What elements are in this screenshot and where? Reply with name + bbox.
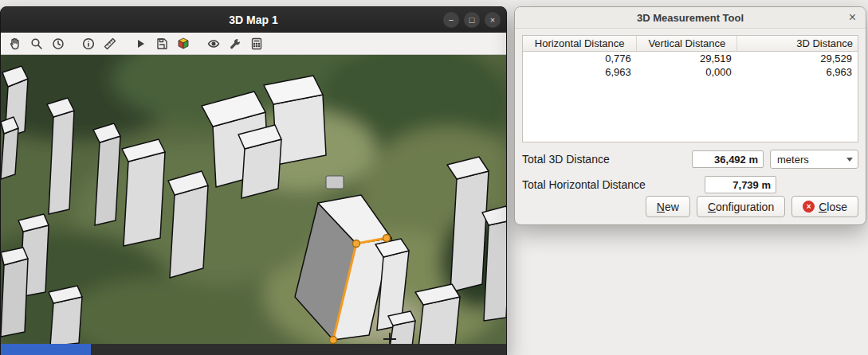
close-window-button[interactable]: ×	[485, 12, 501, 28]
pan-hand-icon	[8, 37, 22, 51]
chevron-down-icon	[846, 158, 853, 162]
3d-scene-button[interactable]	[173, 34, 193, 53]
calculator-icon	[249, 37, 264, 51]
close-icon: ×	[490, 16, 495, 25]
map-3d-viewport[interactable]	[1, 55, 506, 344]
header-vertical-distance[interactable]: Vertical Distance	[637, 36, 737, 52]
maximize-button[interactable]: □	[464, 12, 480, 28]
dialog-titlebar[interactable]: 3D Measurement Tool ×	[515, 7, 866, 29]
cell-3d: 29,529	[737, 52, 858, 66]
time-button[interactable]	[48, 34, 68, 53]
ruler-icon	[103, 37, 117, 51]
measurement-tool-dialog: 3D Measurement Tool × Horizontal Distanc…	[514, 6, 866, 225]
minimize-button[interactable]: −	[443, 12, 459, 28]
cell-vertical: 29,519	[637, 52, 737, 66]
map-window-titlebar[interactable]: 3D Map 1 − □ ×	[1, 7, 506, 33]
total-3d-distance-row: Total 3D Distance 36,492 m meters	[522, 150, 858, 169]
units-selected-value: meters	[777, 154, 846, 166]
cell-horizontal: 6,963	[523, 65, 637, 79]
measurement-row[interactable]: 0,776 29,519 29,529	[523, 52, 858, 66]
cube-3d-icon	[176, 37, 190, 51]
close-button[interactable]: × Close	[791, 196, 858, 217]
cell-horizontal: 0,776	[523, 52, 637, 66]
map-toolbar	[1, 33, 506, 55]
close-icon: ×	[849, 10, 856, 24]
measurements-table: Horizontal Distance Vertical Distance 3D…	[522, 35, 858, 142]
dialog-body: Horizontal Distance Vertical Distance 3D…	[515, 29, 866, 224]
desktop: 3D Map 1 − □ ×	[0, 0, 868, 355]
save-image-button[interactable]	[151, 34, 171, 53]
eye-icon	[206, 37, 221, 51]
magnifier-icon	[29, 37, 44, 51]
dialog-close-button[interactable]: ×	[846, 9, 859, 26]
play-animation-button[interactable]	[130, 34, 150, 53]
settings-button[interactable]	[225, 34, 245, 53]
button-label: Configuration	[708, 201, 774, 213]
map-window-title: 3D Map 1	[229, 14, 277, 26]
configuration-button[interactable]: Configuration	[697, 196, 785, 217]
header-3d-distance[interactable]: 3D Distance	[737, 36, 858, 52]
cell-vertical: 0,000	[637, 65, 737, 79]
maximize-icon: □	[469, 16, 475, 25]
measure-button[interactable]	[100, 34, 120, 53]
total-horizontal-distance-value: 7,739 m	[705, 176, 776, 193]
background-taskbar	[1, 344, 91, 355]
close-red-icon: ×	[803, 201, 815, 213]
total-3d-distance-value: 36,492 m	[692, 150, 764, 168]
header-horizontal-distance[interactable]: Horizontal Distance	[523, 36, 637, 52]
total-horizontal-distance-label: Total Horizontal Distance	[522, 178, 646, 191]
minimize-icon: −	[449, 16, 454, 25]
identify-button[interactable]	[78, 34, 98, 53]
dialog-button-row: New Configuration × Close	[522, 196, 858, 217]
clock-icon	[51, 37, 65, 51]
cell-3d: 6,963	[737, 65, 858, 79]
map-3d-scene	[1, 55, 506, 344]
units-dropdown[interactable]: meters	[770, 150, 858, 169]
calculator-button[interactable]	[246, 34, 266, 53]
total-3d-distance-label: Total 3D Distance	[522, 153, 610, 166]
new-button[interactable]: New	[646, 196, 690, 217]
save-icon	[155, 37, 169, 51]
play-icon	[133, 37, 147, 51]
dialog-title: 3D Measurement Tool	[637, 12, 744, 24]
visibility-button[interactable]	[203, 34, 223, 53]
map-window: 3D Map 1 − □ ×	[0, 6, 507, 355]
button-label: Close	[819, 201, 847, 213]
zoom-full-button[interactable]	[26, 34, 46, 53]
window-controls: − □ ×	[443, 12, 501, 28]
wrench-icon	[228, 37, 242, 51]
table-header-row: Horizontal Distance Vertical Distance 3D…	[523, 36, 858, 52]
identify-icon	[81, 37, 96, 51]
measurement-row[interactable]: 6,963 0,000 6,963	[523, 65, 858, 79]
button-label: New	[657, 201, 679, 213]
total-horizontal-distance-row: Total Horizontal Distance 7,739 m	[522, 176, 858, 193]
map-window-bottom-edge	[1, 344, 506, 355]
pan-button[interactable]	[5, 34, 25, 53]
